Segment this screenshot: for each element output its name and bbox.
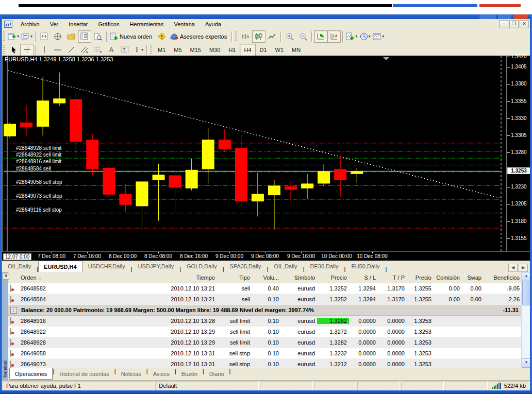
terminal-side-strip[interactable]: Terminal (2, 272, 8, 380)
cursor-button[interactable] (7, 44, 20, 56)
chart-tab-2[interactable]: USDCHF,Daily (82, 260, 131, 272)
menu-insertar[interactable]: Insertar (63, 20, 93, 28)
favorites-button[interactable] (64, 30, 78, 43)
chart-tab-6[interactable]: OIL,Daily (268, 260, 303, 272)
minimize-window-button[interactable] (479, 14, 496, 19)
timeframe-d1[interactable]: D1 (256, 44, 271, 56)
chart-tab-0[interactable]: OIL,Daily (2, 260, 37, 272)
chart-tab-1[interactable]: EURUSD,H4 (38, 261, 82, 272)
asesores-expertos-button[interactable]: Asesores expertos (169, 30, 230, 43)
crosshair-button[interactable] (20, 44, 34, 56)
menu-gráficos[interactable]: Gráficos (93, 20, 125, 28)
equidistant-channel-button[interactable]: E (78, 44, 91, 56)
toolbar-grip[interactable] (150, 45, 152, 55)
timeframe-m30[interactable]: M30 (205, 44, 224, 56)
balance-row[interactable]: ↓Balance: 20 000.00 Patrimonio: 19 988.6… (8, 305, 522, 316)
table-row[interactable]: 286490582010.12.10 13:31sell stop0.10eur… (8, 348, 522, 359)
timeframe-w1[interactable]: W1 (271, 44, 288, 56)
chart-canvas[interactable]: #28648928 sell limit#28648922 sell limit… (3, 56, 507, 251)
column-header-volu[interactable]: Volu... (252, 275, 281, 281)
horizontal-line-button[interactable] (51, 44, 64, 56)
templates-button[interactable]: ▾ (372, 30, 385, 43)
timeframe-m5[interactable]: M5 (170, 44, 186, 56)
toolbar-grip[interactable] (235, 31, 237, 42)
new-chart-button[interactable]: ▾ (7, 30, 20, 43)
column-header-precio[interactable]: Precio (407, 275, 434, 281)
column-header-smbolo[interactable]: Símbolo (281, 275, 317, 281)
mdi-minimize-icon[interactable]: – (499, 20, 508, 28)
profiles-button[interactable]: ▾ (20, 30, 34, 43)
tab-scroll-left-icon[interactable]: ◀ (508, 264, 518, 272)
terminal-tab-5[interactable]: Diario (204, 368, 229, 379)
toolbar-grip[interactable] (3, 31, 5, 42)
auto-scroll-button[interactable] (314, 30, 327, 43)
orders-table-header[interactable]: Orden△TiempoTipoVolu...SímboloPrecioS / … (8, 272, 522, 283)
timeframe-m1[interactable]: M1 (154, 44, 170, 56)
terminal-tab-0[interactable]: Operaciones (9, 368, 53, 380)
trendline-button[interactable] (64, 44, 78, 56)
terminal-tab-1[interactable]: Historial de cuentas (54, 368, 114, 379)
chart-tab-3[interactable]: USDJPY,Daily (132, 260, 180, 272)
menu-herramientas[interactable]: Herramientas (124, 20, 169, 28)
navigator-button[interactable] (78, 30, 91, 43)
restore-window-button[interactable] (498, 14, 511, 19)
fibonacci-button[interactable]: F (91, 44, 105, 56)
table-row[interactable]: 286489222010.12.10 13:29sell limit0.10eu… (8, 327, 522, 337)
column-header-sl[interactable]: S / L (349, 275, 378, 281)
indicators-button[interactable]: ▾ (345, 30, 358, 43)
table-row[interactable]: 286485822010.12.10 13:21sell0.40eurusd1.… (8, 283, 522, 294)
menu-ver[interactable]: Ver (45, 20, 64, 28)
terminal-scrollbar[interactable]: ▲ ▼ (521, 272, 530, 368)
chart-tab-5[interactable]: SPA35,Daily (224, 260, 267, 272)
timeframe-m15[interactable]: M15 (186, 44, 205, 56)
close-window-button[interactable] (513, 14, 528, 19)
chart-tab-4[interactable]: GOLD,Daily (181, 260, 223, 272)
line-chart-button[interactable] (265, 30, 279, 43)
price-chart[interactable]: EURUSD,H4 1.3249 1.3258 1.3236 1.3253 #2… (2, 56, 507, 251)
bar-chart-button[interactable] (239, 30, 252, 43)
terminal-tab-4[interactable]: Buzón (176, 368, 203, 379)
column-header-tipo[interactable]: Tipo (217, 275, 252, 281)
text-button[interactable]: A (105, 44, 118, 56)
menu-ventana[interactable]: Ventana (169, 20, 200, 28)
chart-shift-button[interactable] (327, 30, 341, 43)
scrollbar-thumb[interactable] (522, 281, 530, 305)
mdi-restore-icon[interactable]: ❐ (509, 20, 519, 28)
expert-advisor-toggle[interactable] (155, 30, 169, 43)
column-header-tp[interactable]: T / P (378, 275, 407, 281)
time-axis[interactable]: 12.07 0:007 Dec 08:007 Dec 16:008 Dec 00… (2, 251, 530, 261)
menu-ayuda[interactable]: Ayuda (200, 20, 226, 28)
column-header-comisin[interactable]: Comisión (434, 275, 462, 281)
chart-shift-marker[interactable] (383, 57, 389, 60)
vertical-line-button[interactable] (38, 44, 51, 56)
price-scale[interactable]: 1.34201.34051.33801.33551.33301.33051.32… (506, 56, 530, 251)
terminal-tab-2[interactable]: Noticias (116, 368, 146, 379)
tab-scroll-right-icon[interactable]: ▶ (519, 264, 528, 272)
chart-tab-8[interactable]: EU50,Daily (345, 260, 385, 272)
data-window-button[interactable] (51, 30, 64, 43)
table-row[interactable]: 286485842010.12.10 13:21sell0.10eurusd1.… (8, 294, 522, 305)
zoom-out-button[interactable] (296, 30, 310, 43)
status-profile[interactable]: Default (155, 381, 259, 390)
column-header-swap[interactable]: Swap (462, 275, 484, 281)
terminal-close-button[interactable]: ✕ (3, 273, 9, 280)
mdi-close-icon[interactable]: ✕ (520, 20, 529, 28)
market-watch-button[interactable] (38, 30, 51, 43)
menu-archivo[interactable]: Archivo (15, 20, 45, 28)
timeframe-h1[interactable]: H1 (224, 44, 240, 56)
zoom-in-button[interactable] (283, 30, 296, 43)
text-label-button[interactable]: T (118, 44, 131, 56)
column-header-orden[interactable]: Orden△ (19, 275, 68, 281)
new-order-button[interactable]: Nueva orden (109, 30, 155, 43)
periods-button[interactable]: ▾ (358, 30, 372, 43)
table-row[interactable]: 286489162010.12.10 13:28sell limit0.10eu… (8, 316, 522, 327)
table-row[interactable]: 286489282010.12.10 13:29sell limit0.10eu… (8, 337, 522, 348)
arrows-button[interactable]: ▾ (131, 44, 145, 56)
column-header-tiempo[interactable]: Tiempo (68, 275, 217, 281)
candlestick-chart-button[interactable] (252, 30, 265, 43)
terminal-tab-3[interactable]: Avisos (148, 368, 175, 379)
column-header-precio[interactable]: Precio (317, 275, 349, 281)
column-header-beneficios[interactable]: Beneficios (484, 275, 522, 281)
timeframe-mn[interactable]: MN (288, 44, 305, 56)
toolbar-grip[interactable] (3, 45, 5, 55)
